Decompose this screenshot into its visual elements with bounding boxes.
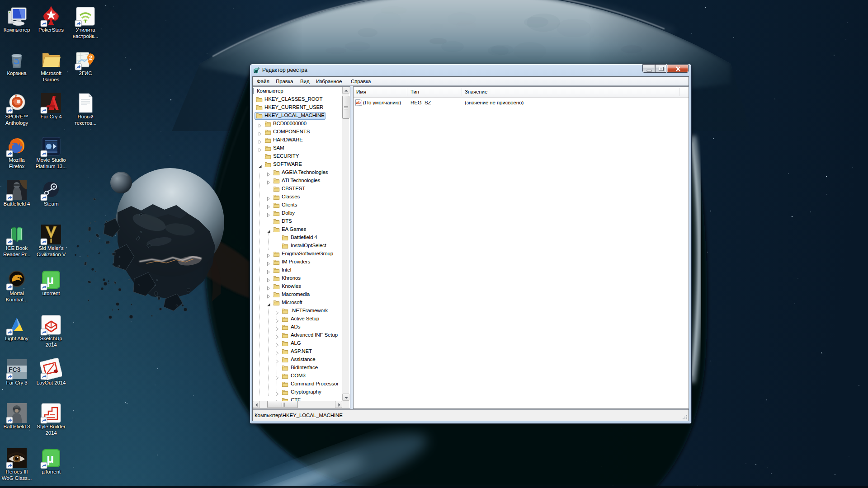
svg-text:µ: µ	[47, 451, 54, 465]
svg-text:FC3: FC3	[9, 366, 21, 373]
svg-text:ab: ab	[356, 100, 361, 105]
svg-text:µ: µ	[47, 273, 54, 287]
svg-text:2: 2	[89, 54, 92, 61]
